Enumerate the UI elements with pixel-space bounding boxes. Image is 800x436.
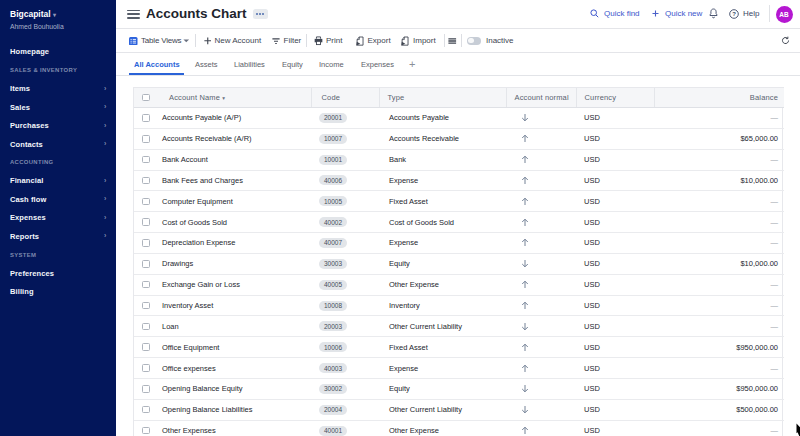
svg-text:?: ? [732, 11, 736, 17]
